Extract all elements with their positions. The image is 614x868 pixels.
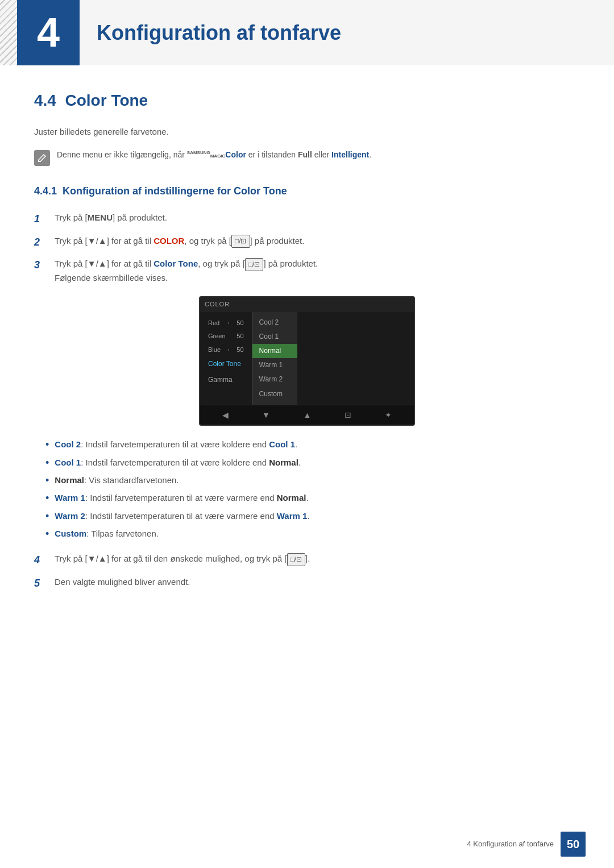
step-4: 4 Tryk på [▼/▲] for at gå til den ønsked… [34, 552, 580, 568]
monitor-menu-colortone: Color Tone [200, 356, 252, 372]
monitor-content-area: Red 50 Green 50 Blue 50 [200, 312, 414, 405]
chapter-title-area: Konfiguration af tonfarve [80, 0, 614, 65]
note-box: Denne menu er ikke tilgængelig, når SAMS… [34, 149, 580, 166]
section-description: Juster billedets generelle farvetone. [34, 125, 580, 139]
toolbar-btn-5: ✦ [385, 409, 392, 421]
monitor-screenshot: COLOR Red 50 Green 50 [199, 296, 415, 426]
monitor-menu: Red 50 Green 50 Blue 50 [200, 312, 252, 405]
page-number: 50 [561, 832, 586, 857]
bullet-warm2: • Warm 2: Indstil farvetemperaturen til … [45, 510, 580, 523]
steps-list: 1 Tryk på [MENU] på produktet. 2 Tryk på… [34, 211, 580, 285]
step-1: 1 Tryk på [MENU] på produktet. [34, 211, 580, 227]
subsection-title: 4.4.1 Konfiguration af indstillingerne f… [34, 183, 580, 200]
bullet-cool1: • Cool 1: Indstil farvetemperaturen til … [45, 456, 580, 470]
step-2: 2 Tryk på [▼/▲] for at gå til COLOR, og … [34, 234, 580, 251]
steps-list-cont: 4 Tryk på [▼/▲] for at gå til den ønsked… [34, 552, 580, 592]
page-footer: 4 Konfiguration af tonfarve 50 [467, 832, 586, 857]
chapter-title: Konfiguration af tonfarve [97, 16, 341, 49]
pencil-icon [38, 153, 47, 163]
submenu-normal: Normal [252, 344, 297, 358]
note-text: Denne menu er ikke tilgængelig, når SAMS… [57, 149, 371, 161]
monitor-submenu: Cool 2 Cool 1 Normal Warm 1 Warm 2 Custo… [252, 312, 297, 405]
toolbar-btn-2: ▼ [262, 409, 270, 421]
slider-red: Red 50 [200, 317, 252, 330]
bullet-warm1: • Warm 1: Indstil farvetemperaturen til … [45, 492, 580, 505]
bullet-normal: • Normal: Vis standardfarvetonen. [45, 474, 580, 487]
toolbar-btn-4: ⊡ [345, 409, 351, 421]
section-title: 4.4 Color Tone [34, 88, 580, 114]
chapter-header: 4 Konfiguration af tonfarve [0, 0, 614, 65]
monitor-menu-gamma: Gamma [200, 372, 252, 388]
monitor-display: COLOR Red 50 Green 50 [199, 296, 415, 426]
submenu-custom: Custom [252, 387, 297, 401]
chapter-number: 4 [17, 0, 80, 65]
monitor-toolbar: ◀ ▼ ▲ ⊡ ✦ [200, 405, 414, 425]
note-icon [34, 150, 50, 166]
monitor-top-bar: COLOR [200, 297, 414, 312]
stripe-decoration [0, 0, 17, 65]
bullet-custom: • Custom: Tilpas farvetonen. [45, 528, 580, 541]
bullet-list: • Cool 2: Indstil farvetemperaturen til … [45, 438, 580, 541]
main-content: 4.4 Color Tone Juster billedets generell… [0, 88, 614, 637]
submenu-warm2: Warm 2 [252, 372, 297, 387]
submenu-cool2: Cool 2 [252, 315, 297, 330]
slider-blue: Blue 50 [200, 343, 252, 357]
toolbar-btn-1: ◀ [222, 409, 229, 421]
submenu-cool1: Cool 1 [252, 330, 297, 344]
bullet-cool2: • Cool 2: Indstil farvetemperaturen til … [45, 438, 580, 451]
step-5: 5 Den valgte mulighed bliver anvendt. [34, 575, 580, 592]
section-4-4: 4.4 Color Tone Juster billedets generell… [34, 88, 580, 592]
monitor-title-label: COLOR [205, 300, 230, 310]
submenu-warm1: Warm 1 [252, 358, 297, 372]
toolbar-btn-3: ▲ [304, 409, 312, 421]
step-3: 3 Tryk på [▼/▲] for at gå til Color Tone… [34, 257, 580, 285]
slider-green: Green 50 [200, 330, 252, 343]
footer-text: 4 Konfiguration af tonfarve [467, 838, 554, 850]
